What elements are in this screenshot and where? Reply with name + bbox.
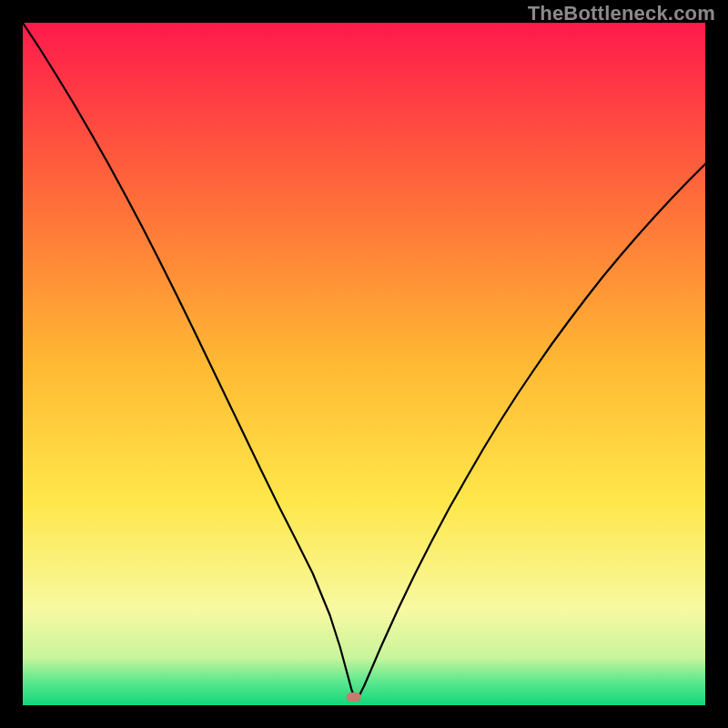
bottleneck-chart xyxy=(0,0,728,728)
optimum-marker xyxy=(347,693,361,702)
svg-rect-0 xyxy=(347,693,361,702)
watermark-text: TheBottleneck.com xyxy=(528,2,715,25)
plot-area xyxy=(23,23,705,705)
